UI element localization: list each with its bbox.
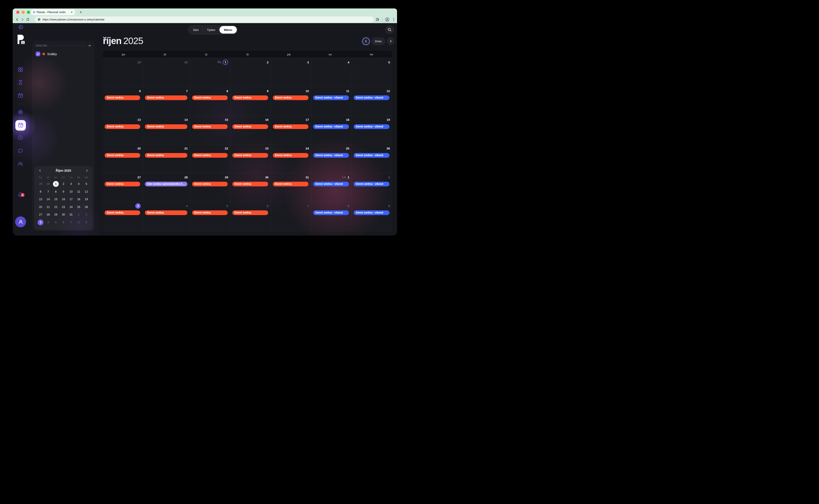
browser-menu-icon[interactable]: [392, 18, 395, 21]
tab-close-icon[interactable]: ✕: [71, 11, 73, 14]
sidebar-item-calendar-check[interactable]: [16, 91, 25, 100]
calendar-cell[interactable]: 10Denní směna: [271, 87, 311, 115]
mini-cal-day[interactable]: 9: [60, 188, 67, 196]
mini-cal-day[interactable]: 17: [67, 196, 75, 203]
mini-cal-day[interactable]: 24: [67, 203, 75, 211]
mini-cal-day[interactable]: 29: [37, 180, 44, 188]
event-chip[interactable]: Denní směna: [232, 124, 268, 129]
calendar-cell[interactable]: 29: [103, 58, 143, 87]
event-chip[interactable]: Denní směna - víkend: [313, 124, 349, 129]
calendar-cell[interactable]: 9Denní směna - víkend: [352, 202, 392, 230]
calendar-cell[interactable]: 6Denní směna: [230, 202, 271, 230]
calendar-cell[interactable]: 29Denní směna: [190, 173, 231, 202]
user-avatar[interactable]: [15, 216, 26, 227]
chevron-up-icon[interactable]: [88, 44, 91, 47]
event-chip[interactable]: Denní směna - víkend: [353, 182, 390, 186]
event-chip[interactable]: Denní směna - víkend: [353, 95, 390, 100]
event-chip[interactable]: Denní směna: [192, 210, 228, 215]
event-chip[interactable]: Denní směna: [145, 210, 187, 215]
mini-cal-day[interactable]: 6: [60, 219, 67, 226]
event-chip[interactable]: Denní směna - víkend: [313, 210, 349, 215]
calendar-cell[interactable]: 17Denní směna: [271, 116, 311, 144]
mini-cal-day[interactable]: 4: [44, 219, 52, 226]
mini-cal-prev-icon[interactable]: [38, 169, 42, 173]
back-icon[interactable]: [14, 17, 20, 22]
event-chip[interactable]: Denní směna: [232, 153, 268, 158]
filter-svatky[interactable]: Svátky: [36, 52, 57, 56]
event-chip[interactable]: Denní směna: [105, 210, 140, 215]
calendar-cell[interactable]: 31Denní směna: [271, 173, 311, 202]
mini-cal-day[interactable]: 14: [44, 196, 52, 203]
extensions-icon[interactable]: [376, 18, 379, 21]
close-window-button[interactable]: [16, 11, 19, 14]
calendar-cell[interactable]: 5Denní směna: [190, 202, 231, 230]
calendar-cell[interactable]: 7: [271, 202, 311, 230]
event-chip[interactable]: Denní směna - víkend: [353, 124, 390, 129]
new-tab-button[interactable]: +: [78, 10, 83, 15]
event-chip[interactable]: Denní směna: [273, 182, 309, 186]
minimize-window-button[interactable]: [22, 11, 25, 14]
mini-cal-day[interactable]: 16: [60, 196, 67, 203]
calendar-cell[interactable]: 19Denní směna - víkend: [352, 116, 392, 144]
calendar-cell[interactable]: 9Denní směna: [230, 87, 271, 115]
tab-day[interactable]: Den: [189, 26, 203, 34]
mini-cal-day[interactable]: 30: [44, 180, 52, 188]
sidebar-item-dashboard[interactable]: [16, 66, 25, 75]
event-chip[interactable]: Denní směna: [192, 124, 228, 129]
calendar-cell[interactable]: 4: [311, 58, 351, 87]
calendar-cell[interactable]: 30Denní směna: [230, 173, 271, 202]
event-chip[interactable]: Denní směna: [145, 95, 187, 100]
event-chip[interactable]: Denní směna: [192, 153, 228, 158]
mini-cal-day[interactable]: 4: [75, 180, 82, 188]
event-chip[interactable]: Denní směna - víkend: [313, 182, 349, 186]
event-chip[interactable]: Denní směna: [105, 153, 140, 158]
calendar-cell[interactable]: 28Den vzniku samostatného č…: [143, 173, 190, 202]
mini-cal-day[interactable]: 23: [60, 203, 67, 211]
mini-cal-day[interactable]: 1: [52, 180, 60, 188]
next-month-button[interactable]: [387, 38, 394, 45]
mini-cal-day[interactable]: 30: [60, 211, 67, 219]
mini-cal-day[interactable]: 25: [75, 203, 82, 211]
calendar-cell[interactable]: 8Denní směna - víkend: [311, 202, 351, 230]
mini-cal-day[interactable]: 22: [52, 203, 60, 211]
calendar-cell[interactable]: 8Denní směna: [190, 87, 231, 115]
mini-cal-day[interactable]: 26: [83, 203, 90, 211]
search-button[interactable]: [385, 26, 394, 34]
event-chip[interactable]: Denní směna: [273, 124, 309, 129]
mini-cal-day[interactable]: 13: [37, 196, 44, 203]
mini-cal-day[interactable]: 1: [75, 211, 82, 219]
mini-cal-day[interactable]: 29: [52, 211, 60, 219]
event-chip[interactable]: Denní směna - víkend: [313, 95, 349, 100]
tab-week[interactable]: Týden: [203, 26, 219, 34]
event-chip[interactable]: Denní směna: [192, 182, 228, 186]
sidebar-item-chat[interactable]: [16, 147, 25, 156]
mini-cal-day[interactable]: 8: [75, 219, 82, 226]
event-chip[interactable]: Denní směna: [105, 95, 140, 100]
calendar-cell[interactable]: 12Denní směna - víkend: [352, 87, 392, 115]
mini-cal-day[interactable]: 18: [75, 196, 82, 203]
calendar-cell[interactable]: 14Denní směna: [143, 116, 190, 144]
address-bar[interactable]: https://www.planee.cz/restaurace-u-zelvy…: [35, 16, 374, 22]
svatky-checkbox[interactable]: [36, 52, 40, 56]
calendar-cell[interactable]: 11Denní směna - víkend: [311, 87, 351, 115]
event-chip[interactable]: Denní směna: [232, 95, 268, 100]
today-button[interactable]: Dnes: [372, 38, 385, 45]
calendar-cell[interactable]: 18Denní směna - víkend: [311, 116, 351, 144]
event-chip[interactable]: Denní směna: [273, 95, 309, 100]
browser-tab[interactable]: P Planee - Plánovač směn ✕: [31, 9, 75, 15]
mini-cal-day[interactable]: 5: [83, 180, 90, 188]
mini-cal-day[interactable]: 7: [44, 188, 52, 196]
tab-month[interactable]: Měsíc: [219, 26, 237, 34]
mini-cal-day[interactable]: 21: [44, 203, 52, 211]
event-chip[interactable]: Denní směna: [232, 182, 268, 186]
sidebar-item-hourglass[interactable]: [16, 78, 25, 87]
mini-cal-day[interactable]: 6: [37, 188, 44, 196]
event-chip[interactable]: Denní směna - víkend: [313, 153, 349, 158]
mini-cal-next-icon[interactable]: [85, 169, 89, 173]
calendar-cell[interactable]: 23Denní směna: [230, 144, 271, 173]
calendar-cell[interactable]: 30: [143, 58, 190, 87]
calendar-cell[interactable]: 25Denní směna - víkend: [311, 144, 351, 173]
event-chip[interactable]: Denní směna: [105, 124, 140, 129]
mini-cal-day[interactable]: 12: [83, 188, 90, 196]
event-chip[interactable]: Denní směna: [145, 153, 187, 158]
